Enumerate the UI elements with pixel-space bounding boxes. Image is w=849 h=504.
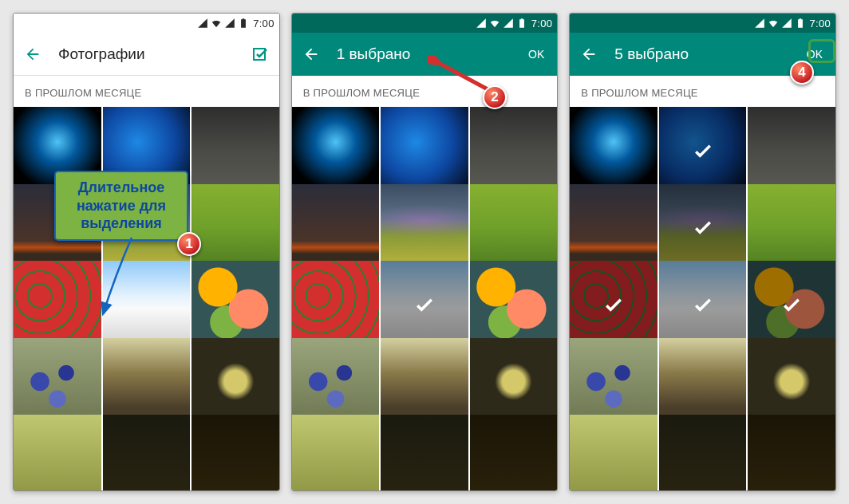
status-bar: 7:00 (570, 14, 835, 33)
clock: 7:00 (531, 18, 553, 30)
step-badge-1: 1 (177, 232, 201, 256)
photo-thumb[interactable] (470, 184, 558, 272)
photo-thumb[interactable] (103, 415, 191, 490)
photo-thumb[interactable] (292, 261, 380, 348)
clock: 7:00 (810, 18, 831, 30)
check-icon (691, 215, 715, 239)
check-icon (602, 293, 626, 317)
check-icon (780, 293, 804, 317)
photo-grid (570, 107, 835, 490)
photo-thumb[interactable] (192, 415, 279, 490)
photo-thumb[interactable] (470, 415, 558, 490)
photo-thumb[interactable] (470, 107, 558, 195)
battery-icon (795, 18, 806, 29)
photo-thumb[interactable] (14, 415, 101, 490)
battery-icon (516, 18, 527, 29)
signal-icon (476, 18, 487, 29)
section-header: В ПРОШЛОМ МЕСЯЦЕ (292, 76, 558, 107)
photo-thumb[interactable] (748, 338, 835, 426)
photo-thumb[interactable] (748, 107, 835, 195)
photo-thumb[interactable] (748, 184, 835, 272)
step-badge-2: 2 (483, 85, 507, 109)
photo-thumb[interactable] (659, 338, 747, 426)
photo-thumb[interactable] (192, 184, 279, 272)
photo-thumb[interactable] (570, 338, 657, 426)
phone-screen-1: 7:00 Фотографии В ПРОШЛОМ МЕСЯЦЕ (13, 13, 280, 491)
check-icon (691, 139, 715, 163)
photo-thumb[interactable] (381, 415, 468, 490)
app-bar: 1 выбрано OK (292, 33, 558, 76)
wifi-icon (489, 18, 500, 29)
phone-screen-2: 7:00 1 выбрано OK В ПРОШЛОМ МЕСЯЦЕ (291, 13, 559, 491)
photo-thumb[interactable] (381, 261, 468, 348)
check-icon (413, 293, 436, 317)
appbar-title: 1 выбрано (337, 45, 509, 63)
photo-thumb[interactable] (570, 184, 657, 272)
signal-icon (197, 18, 208, 29)
check-icon (691, 293, 715, 317)
back-button[interactable] (300, 43, 322, 65)
photo-thumb[interactable] (103, 338, 191, 426)
photo-thumb[interactable] (659, 261, 747, 348)
back-button[interactable] (22, 43, 44, 65)
photo-thumb[interactable] (659, 184, 747, 272)
wifi-icon (768, 18, 779, 29)
wifi-icon (211, 18, 222, 29)
arrow-back-icon (302, 45, 320, 63)
photo-thumb[interactable] (570, 415, 657, 490)
battery-icon (238, 18, 249, 29)
photo-thumb[interactable] (292, 338, 380, 426)
ok-highlight (808, 39, 835, 63)
photo-thumb[interactable] (381, 107, 468, 195)
cell-icon (781, 18, 792, 29)
photo-grid (292, 107, 558, 490)
photo-thumb[interactable] (192, 107, 279, 195)
app-bar: Фотографии (14, 33, 279, 76)
photo-thumb[interactable] (748, 261, 835, 348)
arrow-back-icon (24, 45, 41, 63)
photo-thumb[interactable] (192, 261, 279, 348)
step-badge-4: 4 (790, 61, 814, 85)
clock: 7:00 (253, 18, 274, 30)
photo-grid (14, 107, 279, 490)
status-bar: 7:00 (292, 14, 558, 33)
photo-thumb[interactable] (381, 338, 468, 426)
photo-thumb[interactable] (292, 184, 380, 272)
arrow-back-icon (580, 45, 598, 63)
photo-thumb[interactable] (381, 184, 468, 272)
tutorial-phones-row: 7:00 Фотографии В ПРОШЛОМ МЕСЯЦЕ (0, 0, 849, 504)
appbar-title: 5 выбрано (614, 45, 787, 63)
photo-thumb[interactable] (570, 261, 657, 348)
multiselect-icon (251, 45, 270, 64)
section-header: В ПРОШЛОМ МЕСЯЦЕ (14, 76, 279, 107)
photo-thumb[interactable] (659, 415, 747, 490)
photo-thumb[interactable] (292, 415, 380, 490)
ok-button[interactable]: OK (523, 45, 549, 64)
photo-thumb[interactable] (14, 338, 101, 426)
photo-thumb[interactable] (103, 261, 191, 348)
appbar-title: Фотографии (58, 45, 235, 63)
multiselect-button[interactable] (249, 43, 271, 65)
cell-icon (224, 18, 235, 29)
photo-thumb[interactable] (14, 261, 101, 348)
status-bar: 7:00 (14, 14, 279, 33)
photo-thumb[interactable] (470, 338, 558, 426)
cell-icon (503, 18, 514, 29)
signal-icon (754, 18, 765, 29)
photo-thumb[interactable] (659, 107, 747, 195)
photo-thumb[interactable] (292, 107, 380, 195)
back-button[interactable] (578, 43, 600, 65)
photo-thumb[interactable] (192, 338, 279, 426)
phone-screen-3: 7:00 5 выбрано OK В ПРОШЛОМ МЕСЯЦЕ (569, 13, 836, 491)
tutorial-callout: Длительное нажатие для выделения (54, 171, 188, 241)
photo-thumb[interactable] (570, 107, 657, 195)
photo-thumb[interactable] (470, 261, 558, 348)
photo-thumb[interactable] (748, 415, 835, 490)
